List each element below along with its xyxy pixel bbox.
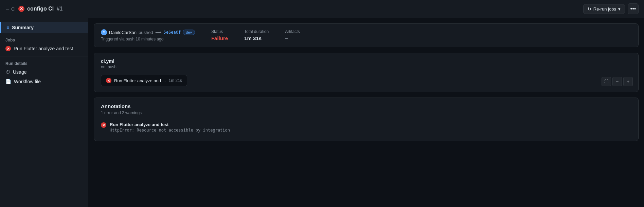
annotation-content: Run Flutter analyze and test HttpError: …	[110, 122, 230, 133]
annotation-job-name: Run Flutter analyze and test	[110, 122, 230, 127]
sidebar-item-run-flutter[interactable]: ✕ Run Flutter analyze and test	[0, 44, 88, 53]
zoom-in-button[interactable]: +	[623, 77, 633, 86]
sidebar-item-workflow-file[interactable]: 📄 Workflow file	[0, 77, 88, 86]
file-icon: 📄	[5, 79, 11, 84]
sidebar-item-summary[interactable]: ≡ Summary	[0, 22, 88, 33]
run-details-label: Run details	[0, 59, 88, 67]
summary-icon: ≡	[6, 25, 9, 30]
chevron-down-icon: ▾	[618, 6, 621, 12]
duration-value: 1m 31s	[244, 35, 269, 41]
clock-icon: ⏱	[5, 69, 10, 75]
minus-icon: −	[616, 79, 619, 84]
back-link[interactable]: ← CI	[5, 6, 16, 12]
status-value: Failure	[211, 35, 228, 41]
workflow-trigger: on: push	[101, 65, 631, 69]
annotation-row: ✕ Run Flutter analyze and test HttpError…	[101, 119, 631, 135]
topbar-left: ← CI ✕ configo CI #1	[5, 6, 62, 12]
duration-label: Total duration	[244, 29, 269, 34]
run-info-card: D DaniloCarSan pushed ⟶ 5e6ea0f dev Trig…	[94, 23, 639, 47]
status-section: Status Failure	[211, 29, 228, 41]
artifacts-value: –	[285, 35, 300, 41]
annotations-title: Annotations	[101, 103, 631, 109]
more-dots-icon: •••	[630, 6, 636, 12]
job-node-duration: 1m 21s	[168, 78, 182, 83]
workflow-file-label: Workflow file	[14, 79, 41, 84]
workflow-filename: ci.yml	[101, 58, 631, 64]
job-label: Run Flutter analyze and test	[14, 46, 73, 51]
content-area: D DaniloCarSan pushed ⟶ 5e6ea0f dev Trig…	[88, 18, 644, 207]
plus-icon: +	[627, 79, 629, 84]
triggered-section: D DaniloCarSan pushed ⟶ 5e6ea0f dev Trig…	[101, 29, 195, 41]
commit-hash[interactable]: 5e6ea0f	[164, 30, 181, 35]
branch-badge[interactable]: dev	[183, 30, 195, 35]
job-error-icon: ✕	[5, 46, 11, 51]
workflow-card: ci.yml on: push ✕ Run Flutter analyze an…	[94, 53, 639, 92]
status-label: Status	[211, 29, 228, 34]
page-title: ✕ configo CI #1	[18, 6, 62, 12]
main-layout: ≡ Summary Jobs ✕ Run Flutter analyze and…	[0, 18, 644, 207]
summary-label: Summary	[12, 25, 34, 30]
usage-label: Usage	[13, 69, 26, 75]
commit-arrow-icon: ⟶	[155, 30, 162, 35]
username: DaniloCarSan	[109, 30, 137, 35]
page-title-text: configo CI #1	[27, 6, 62, 12]
sidebar-item-usage[interactable]: ⏱ Usage	[0, 67, 88, 77]
fullscreen-button[interactable]: ⛶	[602, 77, 611, 86]
sidebar-divider	[0, 56, 88, 56]
duration-section: Total duration 1m 31s	[244, 29, 269, 41]
artifacts-section: Artifacts –	[285, 29, 300, 41]
more-options-button[interactable]: •••	[628, 3, 639, 14]
annotations-subtitle: 1 error and 2 warnings	[101, 110, 631, 115]
workflow-job-node[interactable]: ✕ Run Flutter analyze and ... 1m 21s	[101, 75, 187, 86]
rerun-icon: ↻	[588, 6, 591, 12]
rerun-jobs-button[interactable]: ↻ Re-run jobs ▾	[583, 4, 625, 14]
topbar: ← CI ✕ configo CI #1 ↻ Re-run jobs ▾ •••	[0, 0, 644, 18]
avatar: D	[101, 29, 107, 35]
sidebar: ≡ Summary Jobs ✕ Run Flutter analyze and…	[0, 18, 88, 207]
job-node-label: Run Flutter analyze and ...	[114, 78, 166, 83]
jobs-section-label: Jobs	[0, 36, 88, 44]
zoom-out-button[interactable]: −	[612, 77, 622, 86]
annotations-card: Annotations 1 error and 2 warnings ✕ Run…	[94, 98, 639, 141]
job-node-error-icon: ✕	[106, 78, 111, 83]
back-label: CI	[11, 6, 16, 12]
trigger-info: D DaniloCarSan pushed ⟶ 5e6ea0f dev	[101, 29, 195, 35]
triggered-time: Triggered via push 10 minutes ago	[101, 37, 195, 41]
annotation-error-icon: ✕	[101, 122, 106, 128]
topbar-right: ↻ Re-run jobs ▾ •••	[583, 3, 639, 14]
pushed-label: pushed	[139, 30, 153, 35]
annotation-message: HttpError: Resource not accessible by in…	[110, 128, 230, 133]
zoom-controls: ⛶ − +	[602, 77, 633, 86]
expand-icon: ⛶	[604, 79, 608, 84]
run-status-error-icon: ✕	[18, 6, 24, 12]
back-arrow-icon: ←	[5, 6, 10, 12]
artifacts-label: Artifacts	[285, 29, 300, 34]
